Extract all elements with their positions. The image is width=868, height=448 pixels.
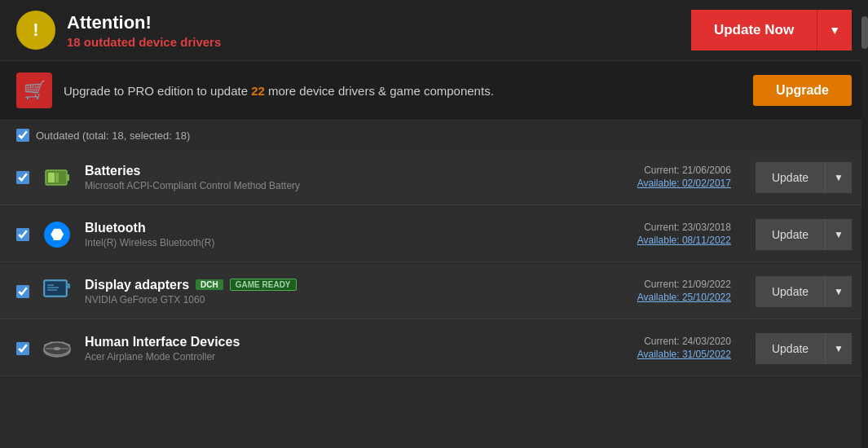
driver-row: Human Interface Devices Acer Airplane Mo…: [0, 321, 868, 376]
driver-name: Batteries: [85, 164, 140, 178]
driver-name-row: Display adapters DCHGAME READY: [85, 278, 589, 292]
upgrade-text: Upgrade to PRO edition to update 22 more…: [64, 84, 494, 98]
driver-badge: DCH: [196, 279, 223, 290]
outdated-suffix: outdated device drivers: [81, 35, 222, 49]
upgrade-button[interactable]: Upgrade: [753, 75, 852, 106]
filter-checkbox[interactable]: [16, 129, 29, 142]
driver-dates: Current: 21/06/2006 Available: 02/02/201…: [601, 165, 731, 191]
driver-info: Human Interface Devices Acer Airplane Mo…: [85, 335, 589, 362]
driver-row: ⬣ B Bluetooth Intel(R) Wireless Bluetoot…: [0, 207, 868, 262]
svg-rect-9: [67, 283, 70, 288]
update-now-dropdown-button[interactable]: ▼: [817, 10, 852, 51]
upgrade-highlight-count: 22: [251, 84, 265, 98]
driver-sub: Intel(R) Wireless Bluetooth(R): [85, 237, 589, 248]
driver-dates: Current: 24/03/2020 Available: 31/05/202…: [601, 336, 731, 362]
update-btn-group: Update ▼: [756, 162, 852, 193]
driver-info: Batteries Microsoft ACPI-Compliant Contr…: [85, 164, 589, 191]
driver-name-row: Human Interface Devices: [85, 335, 589, 349]
update-dropdown-button[interactable]: ▼: [826, 276, 852, 307]
driver-current: Current: 24/03/2020: [601, 336, 731, 347]
upgrade-banner: 🛒 Upgrade to PRO edition to update 22 mo…: [0, 61, 868, 121]
upgrade-banner-left: 🛒 Upgrade to PRO edition to update 22 mo…: [16, 72, 494, 108]
svg-point-16: [54, 347, 60, 350]
driver-current: Current: 21/09/2022: [601, 279, 731, 290]
update-dropdown-button[interactable]: ▼: [826, 333, 852, 364]
driver-checkbox[interactable]: [16, 228, 29, 241]
cart-icon: 🛒: [16, 72, 52, 108]
update-btn-group: Update ▼: [756, 333, 852, 364]
update-dropdown-button[interactable]: ▼: [826, 162, 852, 193]
driver-name: Display adapters: [85, 278, 189, 292]
driver-icon: [41, 161, 73, 194]
driver-icon: ⬣ B: [41, 218, 73, 251]
upgrade-text-before: Upgrade to PRO edition to update: [64, 84, 251, 98]
driver-available: Available: 25/10/2022: [601, 292, 731, 303]
driver-current: Current: 21/06/2006: [601, 165, 731, 176]
driver-list: Batteries Microsoft ACPI-Compliant Contr…: [0, 150, 868, 386]
driver-icon: [41, 332, 73, 365]
update-now-button[interactable]: Update Now: [691, 10, 817, 51]
svg-rect-8: [46, 282, 65, 295]
update-button[interactable]: Update: [756, 276, 826, 307]
driver-name-row: Batteries: [85, 164, 589, 178]
driver-name-row: Bluetooth: [85, 221, 589, 235]
driver-row: Display adapters DCHGAME READY NVIDIA Ge…: [0, 264, 868, 319]
driver-sub: NVIDIA GeForce GTX 1060: [85, 294, 589, 305]
header-left: ! Attention! 18 outdated device drivers: [16, 11, 221, 50]
update-dropdown-button[interactable]: ▼: [826, 219, 852, 250]
driver-info: Bluetooth Intel(R) Wireless Bluetooth(R): [85, 221, 589, 248]
update-button[interactable]: Update: [756, 162, 826, 193]
driver-available: Available: 02/02/2017: [601, 178, 731, 189]
driver-checkbox[interactable]: [16, 171, 29, 184]
attention-title: Attention!: [67, 12, 221, 33]
cart-icon-symbol: 🛒: [24, 80, 46, 101]
driver-dates: Current: 23/03/2018 Available: 08/11/202…: [601, 222, 731, 248]
svg-rect-1: [67, 174, 69, 181]
attention-icon: !: [16, 11, 55, 50]
driver-checkbox[interactable]: [16, 285, 29, 298]
upgrade-text-after: more device drivers & game components.: [265, 84, 494, 98]
update-btn-group: Update ▼: [756, 276, 852, 307]
driver-available: Available: 08/11/2022: [601, 235, 731, 246]
header-text: Attention! 18 outdated device drivers: [67, 12, 221, 49]
update-btn-group: Update ▼: [756, 219, 852, 250]
driver-info: Display adapters DCHGAME READY NVIDIA Ge…: [85, 278, 589, 305]
scrollbar-track[interactable]: [861, 0, 868, 448]
svg-rect-2: [48, 173, 55, 182]
driver-current: Current: 23/03/2018: [601, 222, 731, 233]
driver-icon: [41, 275, 73, 308]
update-button[interactable]: Update: [756, 333, 826, 364]
driver-dates: Current: 21/09/2022 Available: 25/10/202…: [601, 279, 731, 305]
driver-available: Available: 31/05/2022: [601, 349, 731, 360]
filter-bar: Outdated (total: 18, selected: 18): [0, 121, 868, 150]
scrollbar-thumb: [861, 16, 868, 49]
driver-checkbox[interactable]: [16, 342, 29, 355]
driver-sub: Microsoft ACPI-Compliant Control Method …: [85, 180, 589, 191]
driver-badge: GAME READY: [230, 279, 297, 291]
driver-name: Human Interface Devices: [85, 335, 240, 349]
outdated-count: 18: [67, 35, 81, 49]
header-bar: ! Attention! 18 outdated device drivers …: [0, 0, 868, 61]
svg-rect-3: [55, 173, 59, 182]
filter-label: Outdated (total: 18, selected: 18): [36, 130, 190, 142]
svg-text:B: B: [53, 229, 62, 243]
driver-name: Bluetooth: [85, 221, 146, 235]
update-now-group: Update Now ▼: [691, 10, 852, 51]
driver-sub: Acer Airplane Mode Controller: [85, 351, 589, 362]
driver-row: Batteries Microsoft ACPI-Compliant Contr…: [0, 150, 868, 205]
outdated-text: 18 outdated device drivers: [67, 35, 221, 49]
update-button[interactable]: Update: [756, 219, 826, 250]
